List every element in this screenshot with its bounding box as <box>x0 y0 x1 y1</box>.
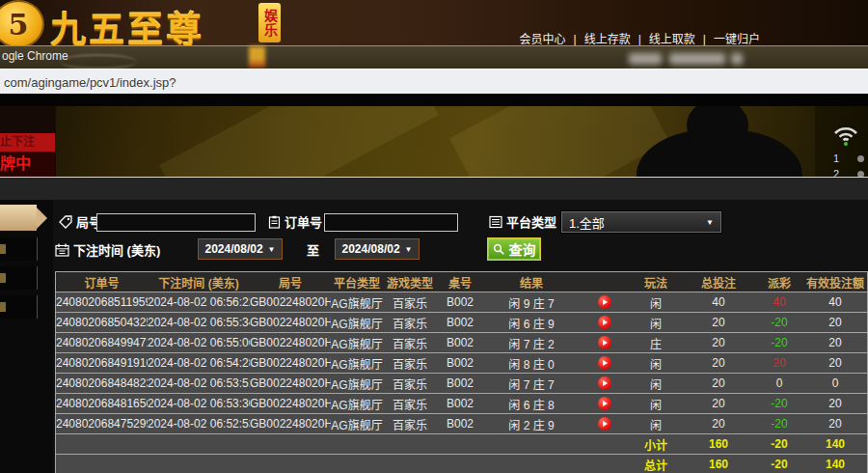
header-table-no: 桌号 <box>437 274 483 291</box>
bet-records-panel: 局号 订单号 平台类型 1.全部 ▼ <box>53 200 868 473</box>
nav-online-withdraw[interactable]: 线上取款 <box>649 33 695 46</box>
cell-order-no: 240802068475299 <box>56 417 148 431</box>
wifi-signal-icon[interactable] <box>831 124 860 151</box>
header-game-no: 局号 <box>250 274 331 291</box>
cell-valid-bet: 20 <box>803 417 867 431</box>
query-button[interactable]: 查询 <box>487 237 541 261</box>
cell-game-no: GB002248020HS <box>250 397 331 410</box>
header-platform: 平台类型 <box>331 274 383 291</box>
address-bar[interactable]: com/agingame/pcv1/index.jsp? <box>0 69 868 95</box>
entertainment-badge: 娱乐 <box>258 3 281 42</box>
nav-member-center[interactable]: 会员中心 <box>520 33 566 46</box>
bet-time-label: 下注时间 (美东) <box>73 240 160 259</box>
cell-result: 闲 8 庄 0 <box>483 355 580 372</box>
app-root: 5 九五至尊 娱乐 会员中心|线上存款|线上取款|一键归户 ogle Chrom… <box>0 0 868 473</box>
cell-table-no: B002 <box>437 316 483 329</box>
cell-game-no: GB002248020HT <box>250 376 331 390</box>
cell-result: 闲 6 庄 8 <box>483 396 580 412</box>
cell-platform: AG旗舰厅 <box>331 376 383 392</box>
replay-icon[interactable] <box>598 397 611 410</box>
table-row: 240802068475299 2024-08-02 06:52:53 GB00… <box>56 414 867 434</box>
cell-replay <box>580 316 630 330</box>
cell-game-type: 百家乐 <box>383 335 437 351</box>
query-button-label: 查询 <box>509 239 536 259</box>
table-header-row: 订单号 下注时间 (美东) 局号 平台类型 游戏类型 桌号 结果 玩法 总投注 … <box>56 272 867 292</box>
menu-item[interactable] <box>0 266 38 290</box>
platform-selected-value: 1.全部 <box>569 213 605 232</box>
nav-one-key-transfer[interactable]: 一键归户 <box>714 33 760 46</box>
cell-table-no: B002 <box>437 356 483 370</box>
nav-online-deposit[interactable]: 线上存款 <box>584 33 631 46</box>
clipboard-icon <box>268 215 281 229</box>
nav-separator: | <box>574 33 577 46</box>
subtotal-total-bet: 160 <box>682 437 755 451</box>
menu-item[interactable] <box>0 295 38 319</box>
cell-game-no: GB002248020HV <box>250 336 331 349</box>
cell-bet-time: 2024-08-02 06:55:06 <box>148 336 250 349</box>
cell-play: 闲 <box>630 355 682 372</box>
date-from-picker[interactable]: 2024/08/02 ▼ <box>198 238 283 260</box>
cell-order-no: 240802068504325 <box>56 316 148 329</box>
replay-icon[interactable] <box>598 376 611 390</box>
game-no-input[interactable] <box>96 213 256 232</box>
cell-valid-bet: 0 <box>803 376 867 390</box>
table-row: 240802068511959 2024-08-02 06:56:22 GB00… <box>56 292 867 313</box>
cell-game-type: 百家乐 <box>383 315 437 331</box>
cell-order-no: 240802068484823 <box>56 376 148 390</box>
stop-betting-banner: 止下注 <box>0 133 55 152</box>
cell-table-no: B002 <box>437 295 483 309</box>
game-no-label-wrap: 局号 <box>59 212 101 231</box>
cell-total-bet: 20 <box>682 397 755 410</box>
replay-icon[interactable] <box>598 295 611 309</box>
cell-platform: AG旗舰厅 <box>331 335 383 351</box>
menu-item-glyph <box>0 244 6 254</box>
order-no-label-wrap: 订单号 <box>268 212 322 231</box>
line-option-1[interactable]: 1 <box>833 153 864 164</box>
menu-item[interactable] <box>0 237 38 261</box>
cell-result: 闲 6 庄 9 <box>483 315 580 331</box>
header-valid-bet: 有效投注额 <box>803 274 867 291</box>
subtotal-row: 小计 160 -20 140 <box>56 434 867 455</box>
cell-replay <box>580 397 630 411</box>
calendar-icon <box>55 243 69 257</box>
cell-platform: AG旗舰厅 <box>331 294 383 311</box>
cell-payout: -20 <box>755 417 803 431</box>
cell-total-bet: 20 <box>682 336 755 349</box>
table-row: 240802068504325 2024-08-02 06:55:34 GB00… <box>56 313 867 333</box>
cell-play: 闲 <box>630 416 682 432</box>
order-no-input[interactable] <box>324 213 458 232</box>
replay-icon[interactable] <box>598 356 611 370</box>
total-payout: -20 <box>755 458 803 471</box>
table-row: 240802068499471 2024-08-02 06:55:06 GB00… <box>56 333 867 353</box>
search-icon <box>493 243 505 256</box>
cell-result: 闲 2 庄 9 <box>483 416 580 432</box>
cell-play: 庄 <box>630 335 682 351</box>
cell-order-no: 240802068511959 <box>56 295 148 309</box>
replay-icon[interactable] <box>598 336 611 349</box>
cell-platform: AG旗舰厅 <box>331 396 383 412</box>
chevron-down-icon: ▼ <box>268 245 276 254</box>
order-no-label: 订单号 <box>285 212 322 231</box>
cell-platform: AG旗舰厅 <box>331 355 383 372</box>
window-title: ogle Chrome <box>2 49 68 63</box>
titlebar-ornament <box>60 54 137 70</box>
dealing-banner: 牌中 <box>0 152 55 177</box>
cell-payout: 20 <box>755 356 803 370</box>
bet-time-label-wrap: 下注时间 (美东) <box>55 240 160 259</box>
replay-icon[interactable] <box>598 316 611 329</box>
date-to-value: 2024/08/02 <box>342 242 400 256</box>
cell-bet-time: 2024-08-02 06:53:30 <box>148 397 250 410</box>
divider-strip <box>0 94 868 106</box>
table-row: 240802068481650 2024-08-02 06:53:30 GB00… <box>56 394 867 414</box>
cell-game-no: GB002248020HW <box>250 316 331 329</box>
titlebar-gold-ornament <box>249 46 265 68</box>
nav-separator: | <box>638 33 641 46</box>
game-backdrop: 止下注 牌中 <box>0 106 868 177</box>
platform-select[interactable]: 1.全部 ▼ <box>561 211 721 233</box>
menu-item-active[interactable] <box>0 205 37 231</box>
replay-icon[interactable] <box>598 417 611 431</box>
nav-separator: | <box>703 33 706 46</box>
logo-circle-icon: 5 <box>0 0 44 48</box>
date-to-picker[interactable]: 2024/08/02 ▼ <box>335 238 420 260</box>
platform-label: 平台类型 <box>506 212 556 231</box>
